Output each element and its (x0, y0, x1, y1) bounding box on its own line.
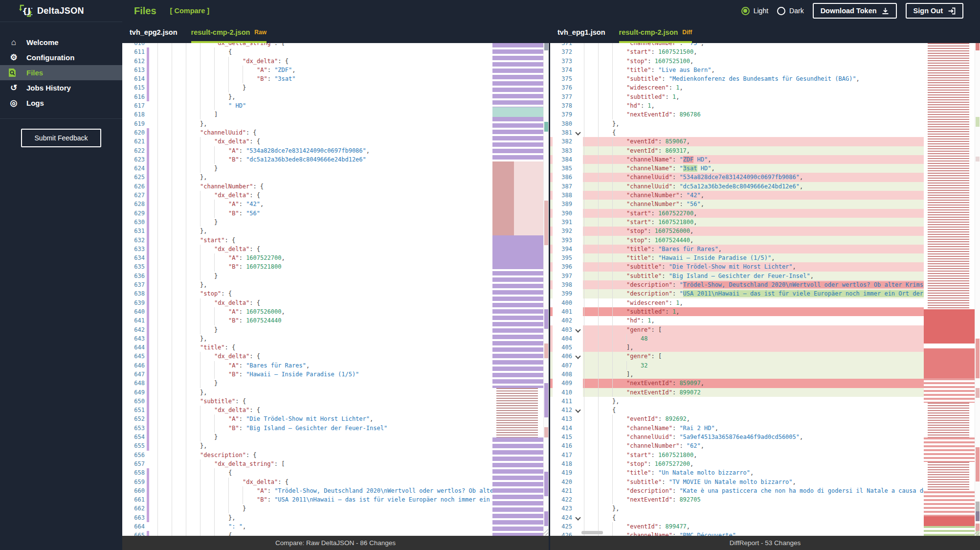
line-content: "stop": 1607524440, (583, 236, 924, 245)
change-marker (147, 182, 153, 191)
code-line-629: 629"B": "56" (122, 209, 492, 218)
code-line-374: 374"title": "Live aus Bern", (550, 66, 924, 74)
token: : (672, 425, 679, 432)
token: "widescreen" (626, 299, 669, 306)
token: "Big Island – Gesichter der Feuer-Insel" (246, 425, 387, 432)
token: "channelNumber" (626, 201, 679, 207)
indent-guides (157, 441, 200, 450)
code-line-625: 625}, (122, 173, 492, 182)
file-tab-tvh_epg1.json[interactable]: tvh_epg1.json (557, 22, 605, 43)
code-line-396: 396"subtitle": "Die Trödel-Show mit Hors… (550, 262, 924, 271)
token: : { (278, 479, 289, 485)
line-number: 408 (553, 370, 574, 379)
sign-out-button[interactable]: Sign Out (906, 3, 963, 19)
token: 48 (641, 335, 647, 342)
right-tab-bar: tvh_epg1.jsonresult-cmp-2.jsonDiff (550, 22, 980, 43)
sidebar-item-welcome[interactable]: ⌂Welcome (0, 35, 122, 50)
line-number: 410 (553, 388, 574, 397)
indent-guides (584, 262, 626, 271)
line-number: 406 (553, 352, 574, 361)
fold-chevron-icon[interactable] (574, 128, 583, 137)
line-number: 401 (553, 307, 574, 316)
line-number: 420 (553, 478, 574, 486)
submit-feedback-button[interactable]: Submit Feedback (21, 129, 102, 147)
line-number: 418 (553, 459, 574, 468)
code-line-371: 371"channelNumber": "75", (550, 43, 924, 47)
line-content: "eventId": 869317, (583, 146, 924, 155)
token: "eventId" (626, 523, 658, 530)
line-number: 405 (553, 343, 574, 352)
compare-link[interactable]: [ Compare ] (170, 7, 210, 15)
code-line-610: 610"dx_delta_string": [ (122, 43, 492, 47)
indent-guides (157, 200, 228, 208)
compare-view: tvh_epg2.jsonresult-cmp-2.jsonRaw 610"dx… (122, 22, 980, 550)
change-marker (147, 433, 153, 441)
code-line-638: 638"stop": { (122, 289, 492, 298)
sidebar-item-jobs-history[interactable]: ↺Jobs History (0, 80, 122, 95)
fold-chevron-icon[interactable] (574, 406, 583, 414)
minimap-segment (924, 516, 975, 526)
change-marker (147, 155, 153, 164)
fold-chevron-icon[interactable] (574, 325, 583, 334)
line-content: "genre": [ (583, 352, 924, 361)
line-number: 641 (122, 316, 147, 325)
light-theme-radio[interactable]: Light (741, 7, 768, 15)
token: 1607522700 (246, 254, 281, 261)
left-overview-ruler[interactable] (543, 43, 549, 536)
fold-chevron-icon[interactable] (574, 352, 583, 361)
line-number: 664 (122, 522, 147, 531)
token: , (711, 165, 714, 172)
code-line-659: 659"dx_delta": { (122, 478, 492, 486)
token: , (701, 43, 704, 46)
token: }, (200, 228, 207, 234)
indent-guides (584, 343, 626, 352)
token: } (214, 380, 218, 387)
line-number: 627 (122, 191, 147, 200)
dark-theme-radio[interactable]: Dark (777, 7, 804, 15)
code-line-400: 400"widescreen": 1, (550, 298, 924, 307)
right-overview-ruler[interactable] (975, 43, 980, 536)
right-minimap[interactable] (924, 43, 975, 536)
token: 1 (647, 102, 651, 109)
sidebar-item-logs[interactable]: ◎Logs (0, 95, 122, 111)
fold-gutter (574, 388, 583, 397)
tab-label: tvh_epg1.json (557, 28, 605, 36)
fold-gutter (574, 164, 583, 173)
file-tab-result-cmp-2.json[interactable]: result-cmp-2.jsonDiff (619, 22, 692, 43)
token: "start" (626, 48, 651, 55)
change-marker (147, 504, 153, 513)
gear-icon: ⚙ (8, 53, 19, 62)
fold-chevron-icon[interactable] (574, 513, 583, 522)
line-number: 657 (122, 459, 147, 468)
token: 1607526000 (655, 228, 690, 234)
sidebar-item-label: Welcome (26, 38, 59, 46)
indent-guides (157, 361, 228, 370)
left-minimap[interactable] (492, 43, 543, 536)
code-line-664: 664": ", (122, 522, 492, 531)
token: , (800, 183, 803, 190)
file-tab-tvh_epg2.json[interactable]: tvh_epg2.json (130, 22, 178, 43)
code-line-412: 412{ (550, 406, 924, 414)
download-token-button[interactable]: Download Token (813, 3, 897, 19)
indent-guides (157, 424, 228, 433)
code-line-387: 387"channelUuid": "dc5a12a36b3ede8c80496… (550, 182, 924, 191)
fold-gutter (574, 343, 583, 352)
sidebar-item-files[interactable]: Files (0, 65, 122, 80)
token: , (771, 254, 775, 261)
line-number: 650 (122, 397, 147, 406)
line-content: "channelUuid": { (153, 128, 492, 137)
token: : (239, 201, 246, 207)
fold-gutter (574, 495, 583, 504)
line-content: "stop": 1607527200, (583, 459, 924, 468)
sidebar-item-configuration[interactable]: ⚙Configuration (0, 50, 122, 65)
token: "subtitled" (626, 308, 665, 315)
line-content: "subtitle": "Die Trödel-Show mit Horst L… (583, 262, 924, 271)
token: , (750, 469, 754, 476)
dark-label: Dark (789, 7, 804, 15)
code-line-407: 40732 (550, 361, 924, 370)
token: : [ (651, 326, 662, 333)
horizontal-scrollbar[interactable] (581, 531, 603, 534)
file-tab-result-cmp-2.json[interactable]: result-cmp-2.jsonRaw (191, 22, 267, 43)
svg-text:{J}: {J} (22, 6, 32, 16)
token: "eventId" (626, 138, 658, 145)
